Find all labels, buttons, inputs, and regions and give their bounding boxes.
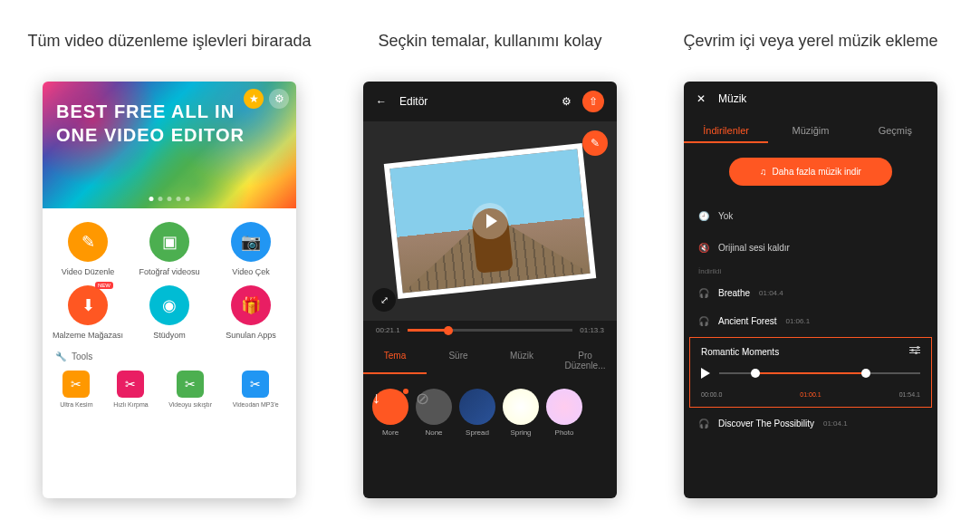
theme-preview <box>459 389 495 425</box>
theme-preview <box>503 389 539 425</box>
option-remove-audio[interactable]: 🔇Orijinal sesi kaldır <box>684 232 937 264</box>
theme-more[interactable]: ↓More <box>372 389 408 437</box>
screen-music: ✕ Müzik İndirilenlerMüziğimGeçmiş ♫Daha … <box>684 82 937 498</box>
player-t2: 01:54.1 <box>899 391 920 398</box>
tool-label: Videoyu sıkıştır <box>168 401 212 408</box>
theme-preview: ↓ <box>372 389 408 425</box>
download-more-button[interactable]: ♫Daha fazla müzik indir <box>729 158 892 186</box>
tool-videoyu-sıkıştır[interactable]: ✂Videoyu sıkıştır <box>168 371 212 408</box>
music-title: Müzik <box>718 92 746 105</box>
edit-icon[interactable]: ✎ <box>582 130 608 156</box>
hero-line2: ONE VIDEO EDITOR <box>56 125 245 145</box>
tool-ultra-kesim[interactable]: ✂Ultra Kesim <box>60 371 92 408</box>
camera-icon: 📷 <box>231 222 271 262</box>
tab-müziğim[interactable]: Müziğim <box>768 120 852 143</box>
tool-label: Videodan MP3'e <box>233 401 279 408</box>
theme-preview <box>546 389 582 425</box>
theme-label: None <box>425 429 442 437</box>
reel-icon: ◉ <box>149 285 189 325</box>
downloaded-header: İndirildi <box>684 264 937 279</box>
headphones-icon: 🎧 <box>698 288 709 298</box>
equalizer-icon[interactable] <box>909 347 920 353</box>
promo-column-2: Seçkin temalar, kullanımı kolay ← Editör… <box>345 18 635 498</box>
tool-icon: ✂ <box>117 371 144 398</box>
play-icon[interactable] <box>472 203 508 239</box>
mute-icon: 🔇 <box>698 243 709 253</box>
theme-none[interactable]: ⊘None <box>416 389 452 437</box>
song-item[interactable]: 🎧Ancient Forest01:06.1 <box>684 307 937 335</box>
tool-label: Hızlı Kırpma <box>113 401 149 408</box>
close-icon[interactable]: ✕ <box>697 92 706 105</box>
tab-geçmiş[interactable]: Geçmiş <box>853 120 937 143</box>
song-item[interactable]: 🎧Breathe01:04.4 <box>684 279 937 307</box>
song-duration: 01:04.4 <box>759 289 783 297</box>
tab-pro düzenle...[interactable]: Pro Düzenle... <box>553 347 617 374</box>
screen-home: ★ ⚙ BEST FREE ALL IN ONE VIDEO EDITOR ✎V… <box>43 82 296 498</box>
song-name: Breathe <box>718 288 750 298</box>
tool-icon: ✂ <box>242 371 269 398</box>
tool-videodan-mp3'e[interactable]: ✂Videodan MP3'e <box>233 371 279 408</box>
tile-label: Sunulan Apps <box>226 331 276 340</box>
clock-icon: 🕘 <box>698 211 709 221</box>
song-duration: 01:06.1 <box>785 317 810 325</box>
option-none[interactable]: 🕘Yok <box>684 200 937 232</box>
tab-müzik[interactable]: Müzik <box>490 347 553 374</box>
song-name: Discover The Possibility <box>718 419 814 429</box>
theme-photo[interactable]: Photo <box>546 389 582 437</box>
timeline[interactable]: 00:21.1 01:13.3 <box>363 321 617 340</box>
tile-label: Stüdyom <box>153 331 186 340</box>
tool-icon: ✂ <box>177 371 204 398</box>
play-icon[interactable] <box>701 368 710 379</box>
back-icon[interactable]: ← <box>376 95 387 108</box>
promo-column-1: Tüm video düzenleme işlevleri birarada ★… <box>24 18 314 498</box>
expand-icon[interactable]: ⤢ <box>372 288 396 312</box>
music-note-icon: ♫ <box>760 167 767 177</box>
player-track-name: Romantic Moments <box>701 347 920 357</box>
tab-süre[interactable]: Süre <box>427 347 490 374</box>
theme-spread[interactable]: Spread <box>459 389 495 437</box>
tool-hızlı-kırpma[interactable]: ✂Hızlı Kırpma <box>113 371 149 408</box>
player-t0: 00:00.0 <box>701 391 722 398</box>
theme-preview: ⊘ <box>416 389 452 425</box>
tab-i̇ndirilenler[interactable]: İndirilenler <box>684 120 768 143</box>
page-dots <box>149 197 190 201</box>
theme-label: Photo <box>555 429 574 437</box>
tile-video-çek[interactable]: 📷Video Çek <box>215 222 287 276</box>
theme-label: Spring <box>510 429 531 437</box>
player-t1: 01:00.1 <box>800 391 821 398</box>
tile-fotoğraf-videosu[interactable]: ▣Fotoğraf videosu <box>133 222 206 276</box>
pencil-icon: ✎ <box>68 222 108 262</box>
video-preview[interactable]: ✎ ⤢ <box>363 121 617 321</box>
tile-label: Fotoğraf videosu <box>139 267 199 276</box>
caption-2: Seçkin temalar, kullanımı kolay <box>378 18 601 63</box>
tools-icon: 🔧 <box>55 351 66 361</box>
editor-topbar: ← Editör ⚙ ⇧ <box>363 82 617 121</box>
screen-editor: ← Editör ⚙ ⇧ ✎ ⤢ 00:21.1 01:13.3 TemaSür… <box>363 82 617 498</box>
tile-malzeme-mağazası[interactable]: ⬇NEWMalzeme Mağazası <box>52 285 124 340</box>
theme-label: More <box>382 429 399 437</box>
headphones-icon: 🎧 <box>698 419 709 429</box>
tab-tema[interactable]: Tema <box>363 347 427 374</box>
song-duration: 01:04.1 <box>823 419 848 428</box>
caption-3: Çevrim içi veya yerel müzik ekleme <box>683 18 937 63</box>
caption-1: Tüm video düzenleme işlevleri birarada <box>27 18 311 63</box>
settings-icon[interactable]: ⚙ <box>562 95 572 108</box>
tile-sunulan-apps[interactable]: 🎁Sunulan Apps <box>215 285 287 340</box>
tool-icon: ✂ <box>62 371 90 398</box>
gift-icon: 🎁 <box>231 285 271 325</box>
music-topbar: ✕ Müzik <box>684 82 937 116</box>
hero-banner[interactable]: ★ ⚙ BEST FREE ALL IN ONE VIDEO EDITOR <box>43 82 296 208</box>
song-name: Ancient Forest <box>718 316 776 326</box>
tile-stüdyom[interactable]: ◉Stüdyom <box>133 285 206 340</box>
tile-label: Video Düzenle <box>62 267 114 276</box>
tools-header: 🔧Tools <box>43 344 296 365</box>
export-icon[interactable]: ⇧ <box>582 91 604 112</box>
trim-bar[interactable] <box>719 372 920 374</box>
image-icon: ▣ <box>149 222 189 262</box>
tile-label: Malzeme Mağazası <box>53 331 123 340</box>
music-player: Romantic Moments 00:00.0 01:00.1 01:54.1 <box>689 337 932 408</box>
tile-video-düzenle[interactable]: ✎Video Düzenle <box>52 222 124 276</box>
editor-title: Editör <box>399 95 428 108</box>
theme-spring[interactable]: Spring <box>503 389 539 437</box>
song-item[interactable]: 🎧Discover The Possibility01:04.1 <box>684 409 937 438</box>
